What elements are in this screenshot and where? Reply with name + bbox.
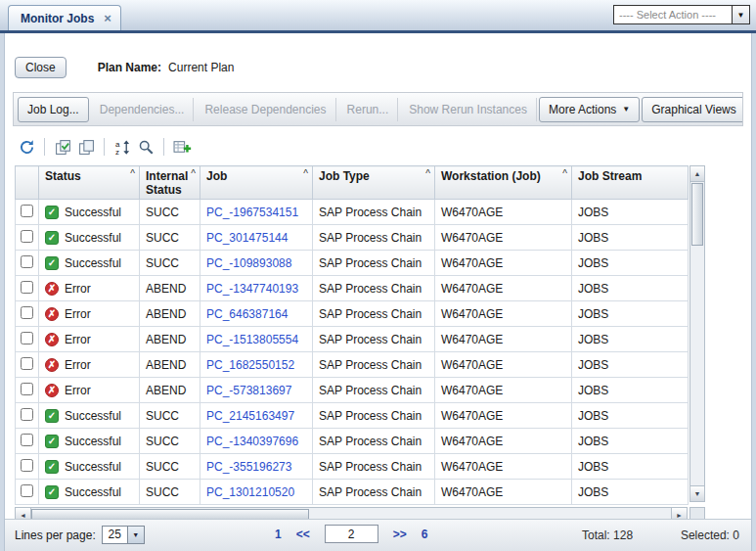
row-checkbox[interactable] xyxy=(21,459,33,472)
job-link[interactable]: PC_1682550152 xyxy=(206,358,294,372)
lines-per-page-label: Lines per page: xyxy=(15,528,96,542)
status-cell: ✗Error xyxy=(39,378,140,403)
workstation-cell: W6470AGE xyxy=(435,301,572,327)
row-checkbox[interactable] xyxy=(21,306,33,319)
workstation-cell: W6470AGE xyxy=(435,403,572,429)
job-type-cell: SAP Process Chain xyxy=(313,251,435,276)
status-text: Successful xyxy=(65,231,121,245)
toolbar-button-graphical-views[interactable]: Graphical Views▼ xyxy=(642,97,743,122)
page-prev-link[interactable]: << xyxy=(296,528,310,541)
toolbar-button-job-log[interactable]: Job Log... xyxy=(18,97,89,122)
column-header-job[interactable]: Job^ xyxy=(200,166,313,200)
row-select-cell xyxy=(16,251,39,276)
sort-caret-icon: ^ xyxy=(425,168,430,179)
column-header-status[interactable]: Status^ xyxy=(39,166,140,200)
workstation-cell: W6470AGE xyxy=(435,276,572,301)
close-button[interactable]: Close xyxy=(15,57,67,78)
row-checkbox[interactable] xyxy=(21,408,33,421)
vertical-scroll-thumb[interactable] xyxy=(691,183,703,246)
job-cell: PC_301475144 xyxy=(200,225,313,251)
job-link[interactable]: PC_-355196273 xyxy=(206,460,291,474)
job-link[interactable]: PC_301475144 xyxy=(206,231,288,245)
current-page-input[interactable]: 2 xyxy=(325,525,378,543)
workstation-cell: W6470AGE xyxy=(435,200,572,225)
job-type-cell: SAP Process Chain xyxy=(313,301,435,327)
search-icon[interactable] xyxy=(134,135,157,159)
job-type-cell: SAP Process Chain xyxy=(313,352,435,378)
success-icon: ✓ xyxy=(45,460,59,474)
scroll-down-icon[interactable]: ▼ xyxy=(690,485,704,501)
table-add-icon[interactable] xyxy=(170,135,194,159)
column-header-internal-status[interactable]: Internal Status^ xyxy=(140,166,200,200)
sort-caret-icon: ^ xyxy=(130,168,135,179)
chevron-down-icon: ▼ xyxy=(127,527,144,543)
row-checkbox[interactable] xyxy=(21,484,33,497)
status-text: Error xyxy=(65,333,91,346)
job-cell: PC_1301210520 xyxy=(200,480,313,505)
page-last-link[interactable]: 6 xyxy=(422,528,428,541)
row-checkbox[interactable] xyxy=(21,332,33,344)
job-link[interactable]: PC_-1513805554 xyxy=(206,333,298,346)
refresh-icon[interactable] xyxy=(15,135,38,159)
row-checkbox[interactable] xyxy=(21,357,33,370)
page-next-link[interactable]: >> xyxy=(393,528,407,541)
job-type-cell: SAP Process Chain xyxy=(313,403,435,429)
select-all-icon[interactable] xyxy=(51,135,74,159)
jobs-table: Status^Internal Status^Job^Job Type^Work… xyxy=(15,165,689,505)
internal-status-cell: SUCC xyxy=(140,454,200,480)
total-label: Total: xyxy=(582,528,610,542)
row-checkbox[interactable] xyxy=(21,383,33,395)
tab-title: Monitor Jobs xyxy=(21,12,94,25)
job-link[interactable]: PC_2145163497 xyxy=(206,409,294,423)
vertical-scrollbar[interactable]: ▲ ▼ xyxy=(689,165,705,502)
success-icon: ✓ xyxy=(45,485,59,499)
total-value: 128 xyxy=(613,528,633,542)
sort-icon[interactable]: az xyxy=(111,135,134,159)
column-header-workstation-job[interactable]: Workstation (Job)^ xyxy=(435,166,572,200)
select-action-dropdown[interactable]: ---- Select Action ---- ▼ xyxy=(613,5,750,24)
job-link[interactable]: PC_-1967534151 xyxy=(206,206,298,219)
job-link[interactable]: PC_-1347740193 xyxy=(206,282,298,296)
job-link[interactable]: PC_1301210520 xyxy=(206,485,294,499)
status-cell: ✓Successful xyxy=(39,403,140,429)
job-link[interactable]: PC_646387164 xyxy=(206,307,288,321)
status-text: Error xyxy=(65,358,91,372)
toolbar-button-label: Show Rerun Instances xyxy=(409,103,527,116)
workstation-cell: W6470AGE xyxy=(435,454,572,480)
row-select-cell xyxy=(16,225,39,251)
job-link[interactable]: PC_-573813697 xyxy=(206,384,291,397)
column-header-job-stream: Job Stream xyxy=(572,166,689,200)
job-stream-cell: JOBS xyxy=(572,251,689,276)
row-checkbox[interactable] xyxy=(21,255,33,268)
table-row: ✗ErrorABENDPC_-573813697SAP Process Chai… xyxy=(16,378,689,403)
lines-per-page-select[interactable]: 25 ▼ xyxy=(102,526,145,544)
job-link[interactable]: PC_-109893088 xyxy=(206,256,291,270)
toolbar-button-label: More Actions xyxy=(549,103,616,116)
job-cell: PC_-1513805554 xyxy=(200,327,313,352)
workstation-cell: W6470AGE xyxy=(435,429,572,454)
jobs-table-zone: Status^Internal Status^Job^Job Type^Work… xyxy=(15,165,705,505)
scroll-up-icon[interactable]: ▲ xyxy=(690,166,704,182)
job-link[interactable]: PC_-1340397696 xyxy=(206,435,298,448)
table-row: ✗ErrorABENDPC_-1513805554SAP Process Cha… xyxy=(16,327,689,352)
page-first-link[interactable]: 1 xyxy=(275,528,282,541)
workstation-cell: W6470AGE xyxy=(435,327,572,352)
toolbar-button-more-actions[interactable]: More Actions▼ xyxy=(539,97,640,122)
row-select-cell xyxy=(16,200,39,225)
column-header-job-type[interactable]: Job Type^ xyxy=(313,166,435,200)
row-checkbox[interactable] xyxy=(21,281,33,294)
internal-status-cell: SUCC xyxy=(140,403,200,429)
toolbar-button-label: Rerun... xyxy=(347,103,389,116)
row-checkbox[interactable] xyxy=(21,230,33,243)
row-checkbox[interactable] xyxy=(21,205,33,217)
content-panel: Close Plan Name: Current Plan Job Log...… xyxy=(4,33,752,551)
toolbar-separator xyxy=(104,138,105,156)
status-cell: ✗Error xyxy=(39,352,140,378)
row-select-cell xyxy=(16,276,39,301)
table-header-row: Status^Internal Status^Job^Job Type^Work… xyxy=(16,166,689,200)
row-checkbox[interactable] xyxy=(21,434,33,446)
tab-monitor-jobs[interactable]: Monitor Jobs × xyxy=(8,5,121,30)
workstation-cell: W6470AGE xyxy=(435,480,572,505)
tab-close-icon[interactable]: × xyxy=(104,12,111,24)
deselect-all-icon[interactable] xyxy=(74,135,98,159)
